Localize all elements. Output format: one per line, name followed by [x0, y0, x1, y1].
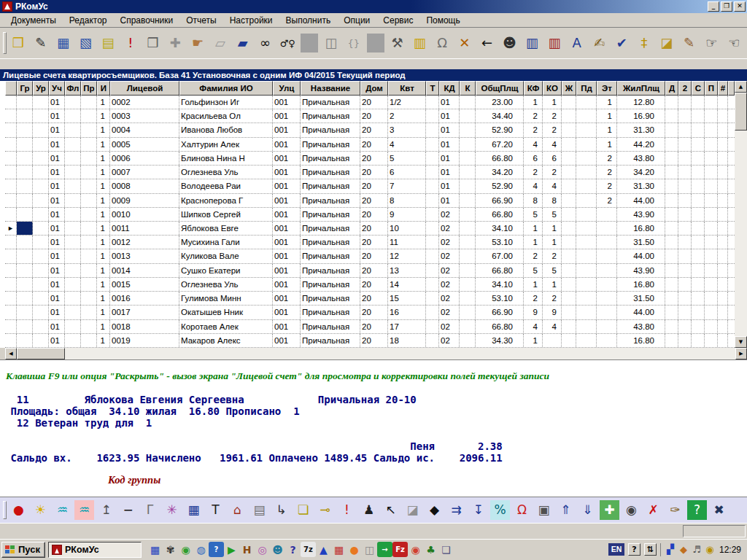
cell[interactable]: 34.10	[476, 222, 524, 235]
cell[interactable]: 0015	[110, 278, 179, 291]
cell[interactable]	[81, 208, 97, 221]
cell[interactable]	[678, 152, 692, 165]
language-indicator[interactable]: EN	[608, 543, 624, 556]
cell[interactable]: 01	[439, 179, 460, 192]
cell[interactable]	[562, 264, 576, 277]
cell[interactable]	[426, 123, 439, 136]
faucet-open-icon[interactable]: ♒	[53, 500, 72, 520]
cell[interactable]	[17, 138, 33, 151]
exit-cross-icon[interactable]: ✖	[709, 500, 729, 520]
cell[interactable]: 34.40	[476, 109, 524, 122]
col-header-24[interactable]: 2	[678, 81, 692, 96]
cell[interactable]: Причальная	[301, 222, 360, 235]
ql-notes-icon[interactable]: ?	[285, 542, 301, 557]
cell[interactable]: 0018	[110, 320, 179, 333]
cell[interactable]: 1	[97, 179, 110, 192]
back-arrow-icon[interactable]: ←	[478, 33, 497, 53]
cell[interactable]	[65, 306, 81, 319]
cell[interactable]: 2	[524, 109, 543, 122]
cell[interactable]	[705, 334, 718, 347]
cell[interactable]: Мусихина Гали	[179, 236, 273, 249]
cell[interactable]: 001	[273, 278, 301, 291]
cell[interactable]: Причальная	[301, 166, 360, 179]
cell[interactable]: 0008	[110, 179, 179, 192]
cell[interactable]	[692, 194, 705, 207]
cell[interactable]	[692, 320, 705, 333]
cell[interactable]	[678, 306, 692, 319]
cell[interactable]: 12	[388, 249, 426, 262]
cell[interactable]: 1	[97, 320, 110, 333]
col-header-20[interactable]: Пд	[576, 81, 597, 96]
cell[interactable]	[665, 166, 678, 179]
table-row-0008[interactable]: 0110008Володеева Раи001Причальная2070152…	[5, 179, 735, 193]
cell[interactable]	[65, 194, 81, 207]
col-header-16[interactable]: ОбщПлщ	[476, 81, 524, 96]
cell[interactable]	[81, 320, 97, 333]
menu-item-6[interactable]: Выполнить	[279, 14, 338, 27]
cell[interactable]	[426, 96, 439, 109]
cell[interactable]	[705, 152, 718, 165]
cell[interactable]	[665, 96, 678, 109]
cell[interactable]: 5	[543, 264, 562, 277]
cell[interactable]	[597, 249, 617, 262]
cell[interactable]	[17, 334, 33, 347]
cell[interactable]	[705, 236, 718, 249]
cell[interactable]: 4	[524, 179, 543, 192]
cell[interactable]: 001	[273, 123, 301, 136]
minus-icon[interactable]: −	[118, 500, 138, 520]
cell[interactable]: 44.00	[617, 306, 665, 319]
cell[interactable]	[460, 194, 476, 207]
cell[interactable]	[692, 152, 705, 165]
cell[interactable]	[562, 166, 576, 179]
cell[interactable]: 5	[388, 152, 426, 165]
cell[interactable]	[17, 166, 33, 179]
ql-arrow-icon[interactable]: →	[377, 542, 392, 557]
cell[interactable]	[705, 179, 718, 192]
cell[interactable]	[65, 152, 81, 165]
cell[interactable]	[17, 249, 33, 262]
wrench-icon[interactable]: Γ	[140, 500, 160, 520]
cell[interactable]	[665, 138, 678, 151]
scroll-right-icon[interactable]: ▶	[735, 348, 747, 359]
cell[interactable]	[17, 292, 33, 305]
cell[interactable]	[705, 292, 718, 305]
table-row-0002[interactable]: 0110002Гольфинзон Иг001Причальная201/201…	[5, 96, 735, 109]
cell[interactable]	[33, 123, 49, 136]
cell[interactable]	[705, 194, 718, 207]
cell[interactable]	[426, 278, 439, 291]
note-pencil-icon[interactable]: ✍	[590, 33, 609, 53]
cell[interactable]: 8	[524, 194, 543, 207]
cell[interactable]	[460, 123, 476, 136]
cell[interactable]: 1	[524, 278, 543, 291]
cell[interactable]: 01	[49, 179, 65, 192]
hands-cards-icon[interactable]: ✎	[680, 33, 699, 53]
cell[interactable]	[576, 278, 597, 291]
cell[interactable]	[17, 264, 33, 277]
cell[interactable]	[678, 249, 692, 262]
cell[interactable]: 6	[388, 166, 426, 179]
row-gutter[interactable]	[5, 249, 17, 262]
cell[interactable]	[65, 249, 81, 262]
cell[interactable]: 01	[49, 166, 65, 179]
cell[interactable]: 20	[360, 292, 388, 305]
cell[interactable]	[33, 138, 49, 151]
ql-sphere-icon[interactable]: ◉	[178, 542, 193, 557]
cell[interactable]: Халтурин Алек	[179, 138, 273, 151]
row-gutter[interactable]	[5, 96, 17, 109]
cell[interactable]: 1/2	[388, 96, 426, 109]
cell[interactable]	[665, 292, 678, 305]
cell[interactable]: 1	[97, 138, 110, 151]
cell[interactable]: 9	[543, 306, 562, 319]
cell[interactable]	[705, 96, 718, 109]
cell[interactable]	[576, 334, 597, 347]
cell[interactable]	[33, 96, 49, 109]
table-row-0011[interactable]: ►0110011Яблокова Евге001Причальная201002…	[5, 222, 735, 236]
copy-list-icon[interactable]: ⇉	[446, 500, 466, 520]
cell[interactable]	[705, 320, 718, 333]
horizontal-scroll-track[interactable]	[65, 348, 735, 359]
ql-play-icon[interactable]: ▶	[224, 542, 239, 557]
cell[interactable]: 001	[273, 264, 301, 277]
add-record-icon[interactable]: ✚	[166, 33, 185, 53]
cell[interactable]: Причальная	[301, 194, 360, 207]
cell[interactable]: 01	[49, 208, 65, 221]
